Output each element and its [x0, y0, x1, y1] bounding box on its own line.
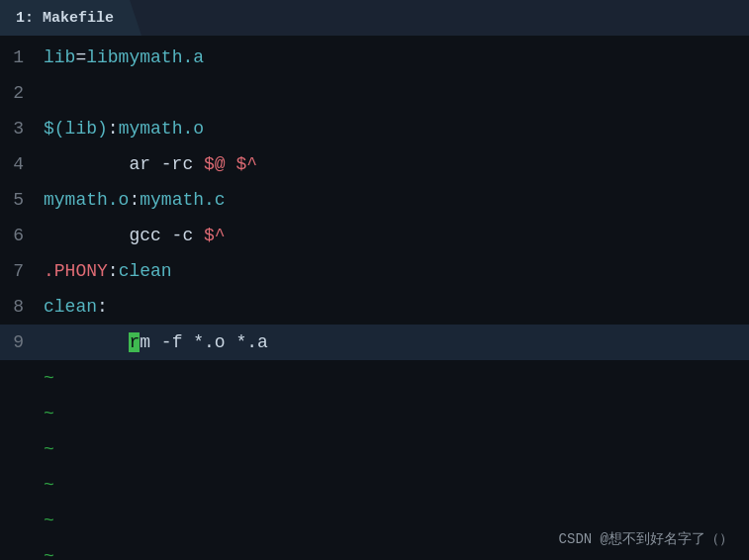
line-content: $(lib):mymath.o [36, 111, 204, 146]
code-line: 8clean: [0, 289, 749, 325]
tilde-char: ~ [36, 503, 54, 538]
code-line: 2 [0, 75, 749, 111]
tilde-char: ~ [36, 396, 54, 431]
line-content: .PHONY:clean [36, 253, 172, 289]
line-number: 8 [0, 289, 36, 325]
line-number: 5 [0, 182, 36, 218]
tilde-char: ~ [36, 431, 54, 467]
code-line: 9 rm -f *.o *.a [0, 325, 749, 360]
line-content: mymath.o:mymath.c [36, 182, 226, 218]
code-line: 3$(lib):mymath.o [0, 111, 749, 146]
line-content: gcc -c $^ [36, 218, 226, 253]
tilde-line: ~ [0, 467, 749, 503]
line-content: ar -rc $@ $^ [36, 146, 257, 182]
line-number: 9 [0, 325, 36, 360]
tilde-char: ~ [36, 360, 54, 396]
line-content: rm -f *.o *.a [36, 325, 268, 360]
line-number: 7 [0, 253, 36, 289]
cursor-char: r [129, 332, 140, 352]
line-number: 4 [0, 146, 36, 182]
line-number: 6 [0, 218, 36, 253]
code-area: 1lib=libmymath.a23$(lib):mymath.o4 ar -r… [0, 36, 749, 560]
watermark: CSDN @想不到好名字了（） [559, 530, 733, 548]
line-number: 3 [0, 111, 36, 146]
tilde-line: ~ [0, 360, 749, 396]
tilde-line: ~ [0, 431, 749, 467]
tilde-char: ~ [36, 538, 54, 560]
editor-container: 1: Makefile 1lib=libmymath.a23$(lib):mym… [0, 0, 749, 560]
line-number: 1 [0, 40, 36, 75]
line-content: lib=libmymath.a [36, 40, 204, 75]
tab-label: 1: Makefile [16, 10, 114, 27]
code-line: 1lib=libmymath.a [0, 40, 749, 75]
tilde-line: ~ [0, 396, 749, 431]
line-content: clean: [36, 289, 108, 325]
code-line: 7.PHONY:clean [0, 253, 749, 289]
code-line: 6 gcc -c $^ [0, 218, 749, 253]
code-line: 4 ar -rc $@ $^ [0, 146, 749, 182]
line-number: 2 [0, 75, 36, 111]
active-tab[interactable]: 1: Makefile [0, 0, 141, 36]
code-line: 5mymath.o:mymath.c [0, 182, 749, 218]
tilde-char: ~ [36, 467, 54, 503]
tab-bar: 1: Makefile [0, 0, 749, 36]
